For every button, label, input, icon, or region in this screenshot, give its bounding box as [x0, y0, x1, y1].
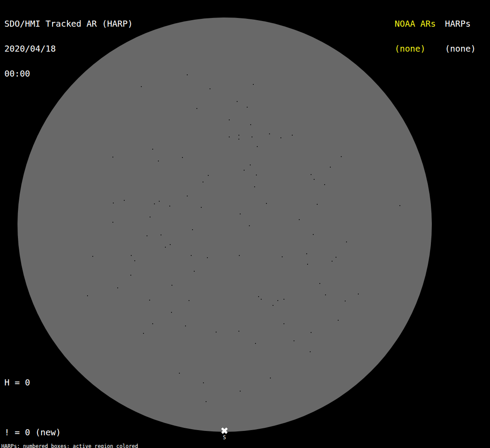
magnetogram-speckle: [92, 256, 93, 257]
magnetogram-speckle: [311, 174, 312, 175]
magnetogram-speckle: [239, 255, 240, 256]
magnetogram-speckle: [141, 86, 142, 87]
magnetogram-speckle: [189, 300, 189, 301]
magnetogram-speckle: [250, 164, 251, 165]
magnetogram-speckle: [332, 261, 332, 262]
magnetogram-speckle: [346, 242, 347, 242]
magnetogram-speckle: [112, 222, 113, 223]
magnetogram-speckle: [165, 247, 166, 248]
magnetogram-speckle: [149, 300, 150, 301]
magnetogram-speckle: [131, 255, 132, 256]
magnetogram-speckle: [192, 229, 193, 230]
magnetogram-speckle: [269, 133, 270, 134]
magnetogram-speckle: [341, 156, 342, 157]
magnetogram-speckle: [336, 257, 336, 258]
magnetogram-speckle: [317, 204, 318, 205]
magnetogram-speckle: [191, 255, 192, 256]
magnetogram-speckle: [185, 326, 186, 326]
magnetogram-speckle: [338, 320, 339, 321]
magnetogram-speckle: [345, 301, 346, 301]
magnetogram-speckle: [171, 312, 172, 313]
noaa-ars-label: NOAA ARs: [395, 20, 436, 28]
legend-harp-count: H = 0: [4, 378, 102, 387]
harps-value: (none): [445, 45, 476, 53]
magnetogram-speckle: [284, 299, 284, 300]
magnetogram-speckle: [254, 186, 255, 187]
magnetogram-speckle: [273, 305, 273, 306]
magnetogram-speckle: [255, 343, 256, 344]
magnetogram-speckle: [87, 295, 88, 296]
magnetogram-speckle: [203, 182, 203, 182]
magnetogram-speckle: [250, 124, 251, 125]
magnetogram-speckle: [187, 196, 188, 196]
magnetogram-speckle: [266, 203, 267, 204]
magnetogram-speckle: [358, 294, 359, 294]
magnetogram-speckle: [152, 323, 153, 324]
magnetogram-speckle: [130, 275, 131, 276]
harp-visualization-canvas: SDO/HMI Tracked AR (HARP) 2020/04/18 00:…: [0, 0, 490, 448]
harps-panel: HARPs (none): [445, 3, 476, 70]
magnetogram-speckle: [170, 244, 171, 245]
magnetogram-speckle: [294, 340, 294, 341]
south-pole-label: S: [223, 435, 226, 440]
magnetogram-speckle: [253, 84, 254, 85]
magnetogram-speckle: [201, 207, 202, 208]
magnetogram-speckle: [112, 157, 113, 158]
magnetogram-speckle: [150, 217, 150, 217]
magnetogram-speckle: [307, 264, 308, 265]
magnetogram-speckle: [238, 331, 239, 332]
magnetogram-speckle: [270, 378, 271, 378]
magnetogram-speckle: [179, 373, 180, 374]
magnetogram-speckle: [208, 175, 209, 176]
magnetogram-speckle: [240, 214, 241, 214]
magnetogram-speckle: [117, 287, 118, 288]
harps-label: HARPs: [445, 20, 476, 28]
magnetogram-speckle: [216, 332, 217, 332]
noaa-ars-value: (none): [395, 45, 436, 53]
magnetogram-speckle: [154, 203, 155, 204]
magnetogram-speckle: [299, 219, 300, 220]
magnetogram-speckle: [158, 161, 159, 161]
magnetogram-speckle: [147, 235, 147, 236]
magnetogram-speckle: [161, 234, 161, 235]
magnetogram-speckle: [256, 175, 257, 175]
magnetogram-speckle: [238, 135, 239, 136]
magnetogram-speckle: [240, 391, 241, 392]
legend-spacer: [4, 403, 102, 412]
magnetogram-speckle: [249, 225, 250, 226]
magnetogram-speckle: [277, 300, 278, 301]
magnetogram-speckle: [169, 206, 170, 206]
magnetogram-speckle: [252, 136, 252, 137]
magnetogram-speckle: [143, 333, 144, 334]
header-block: SDO/HMI Tracked AR (HARP) 2020/04/18 00:…: [4, 3, 133, 94]
magnetogram-speckle: [229, 119, 230, 120]
app-title: SDO/HMI Tracked AR (HARP): [4, 20, 133, 28]
magnetogram-speckle: [319, 283, 320, 284]
header-time: 00:00: [4, 70, 133, 78]
magnetogram-speckle: [280, 137, 281, 138]
magnetogram-speckle: [134, 260, 135, 261]
magnetogram-speckle: [203, 382, 204, 383]
magnetogram-speckle: [399, 205, 400, 206]
magnetogram-speckle: [258, 296, 259, 297]
magnetogram-speckle: [159, 201, 160, 202]
magnetogram-speckle: [247, 107, 248, 108]
magnetogram-speckle: [311, 332, 312, 333]
magnetogram-speckle: [282, 256, 283, 257]
magnetogram-speckle: [244, 170, 245, 171]
magnetogram-speckle: [172, 285, 172, 286]
magnetogram-speckle: [238, 139, 239, 140]
magnetogram-speckle: [237, 101, 238, 102]
magnetogram-speckle: [310, 351, 311, 352]
magnetogram-speckle: [207, 257, 208, 258]
south-pole-cross-icon: [220, 427, 228, 434]
magnetogram-speckle: [206, 401, 206, 402]
magnetogram-speckle: [229, 136, 230, 137]
footer-note-harps: HARPs: numbered boxes; active region col…: [1, 444, 182, 448]
magnetogram-speckle: [187, 74, 188, 75]
header-date: 2020/04/18: [4, 45, 133, 53]
magnetogram-speckle: [306, 253, 307, 254]
magnetogram-speckle: [182, 157, 183, 158]
magnetogram-speckle: [210, 88, 210, 89]
magnetogram-speckle: [194, 271, 195, 272]
